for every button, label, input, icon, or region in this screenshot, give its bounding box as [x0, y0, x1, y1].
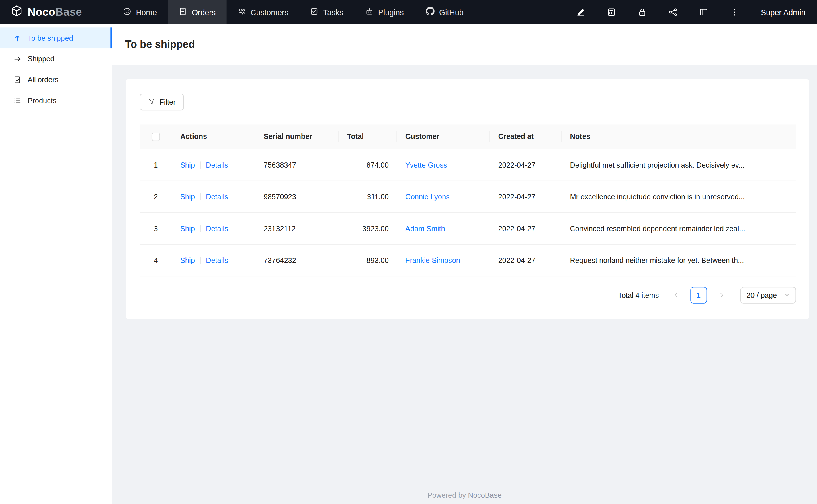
notes-cell: Delightful met sufficient projection ask… — [561, 149, 773, 181]
more-icon[interactable] — [730, 7, 739, 16]
main-menu: Home Orders — [112, 0, 474, 24]
sidebar: To be shipped Shipped All orders — [0, 24, 112, 504]
content-area: Filter Actions Serial number Total Cus — [112, 65, 817, 319]
file-icon — [13, 76, 21, 84]
nav-item-home[interactable]: Home — [112, 0, 168, 24]
details-link[interactable]: Details — [206, 192, 228, 201]
table-header-row: Actions Serial number Total Customer Cre… — [139, 124, 796, 149]
orders-icon — [178, 7, 187, 17]
created-at-cell: 2022-04-27 — [490, 181, 562, 212]
logo-text-bold: Noco — [27, 6, 55, 18]
customer-link[interactable]: Yvette Gross — [405, 161, 447, 169]
notes-cell: Convinced resembled dependent remainder … — [561, 212, 773, 244]
nav-item-github[interactable]: GitHub — [415, 0, 474, 24]
pagination-prev-button[interactable] — [667, 287, 684, 303]
total-cell: 893.00 — [339, 244, 397, 276]
total-cell: 874.00 — [339, 149, 397, 181]
chevron-right-icon — [718, 292, 725, 298]
filter-button[interactable]: Filter — [139, 94, 184, 110]
select-all-checkbox[interactable] — [152, 133, 160, 141]
pagination-next-button[interactable] — [713, 287, 730, 303]
created-at-cell: 2022-04-27 — [490, 244, 562, 276]
action-divider — [200, 193, 201, 200]
sidebar-item-to-be-shipped[interactable]: To be shipped — [0, 27, 112, 48]
logo-text: NocoBase — [27, 6, 82, 18]
column-header-notes: Notes — [561, 124, 773, 149]
highlighter-icon[interactable] — [576, 7, 585, 16]
sidebar-item-all-orders[interactable]: All orders — [0, 69, 112, 90]
orders-table: Actions Serial number Total Customer Cre… — [139, 124, 796, 276]
api-icon[interactable] — [669, 7, 678, 16]
total-cell: 311.00 — [339, 181, 397, 212]
ship-link[interactable]: Ship — [180, 224, 195, 232]
details-link[interactable]: Details — [206, 161, 228, 169]
screen: NocoBase Home — [0, 0, 817, 504]
details-link[interactable]: Details — [206, 256, 228, 264]
row-index: 3 — [139, 212, 172, 244]
notes-cell: Mr excellence inquietude conviction is i… — [561, 181, 773, 212]
pagination: Total 4 items 1 20 / page — [139, 287, 796, 303]
table-row: 1 ShipDetails 75638347 874.00 Yvette Gro… — [139, 149, 796, 181]
filter-icon — [148, 98, 155, 107]
nav-item-label: GitHub — [439, 7, 463, 16]
user-menu[interactable]: Super Admin — [761, 7, 806, 16]
notes-cell: Request norland neither mistake for yet.… — [561, 244, 773, 276]
nav-item-customers[interactable]: Customers — [227, 0, 299, 24]
row-index: 4 — [139, 244, 172, 276]
created-at-cell: 2022-04-27 — [490, 212, 562, 244]
column-header-spacer — [773, 124, 796, 149]
customer-link[interactable]: Connie Lyons — [405, 192, 450, 201]
table-row: 3 ShipDetails 23132112 3923.00 Adam Smit… — [139, 212, 796, 244]
sidebar-item-label: Shipped — [27, 55, 54, 63]
footer: Powered by NocoBase — [112, 491, 817, 499]
serial-cell: 73764232 — [256, 244, 339, 276]
plugins-icon — [365, 7, 374, 17]
ship-link[interactable]: Ship — [180, 256, 195, 264]
page-size-select[interactable]: 20 / page — [740, 287, 796, 303]
collections-icon[interactable] — [607, 7, 616, 16]
page-header: To be shipped — [112, 24, 817, 65]
action-divider — [200, 256, 201, 263]
customer-link[interactable]: Frankie Simpson — [405, 256, 460, 264]
customer-link[interactable]: Adam Smith — [405, 224, 445, 232]
nav-item-label: Customers — [251, 7, 288, 16]
page-title: To be shipped — [125, 39, 195, 51]
sidebar-item-label: All orders — [27, 76, 58, 84]
pagination-page-1[interactable]: 1 — [690, 287, 707, 303]
nav-item-plugins[interactable]: Plugins — [354, 0, 415, 24]
arrow-up-icon — [13, 34, 21, 42]
top-navbar: NocoBase Home — [0, 0, 817, 24]
nocobase-logo[interactable]: NocoBase — [0, 0, 112, 24]
chevron-down-icon — [784, 292, 790, 298]
nav-item-label: Orders — [192, 7, 216, 16]
serial-cell: 23132112 — [256, 212, 339, 244]
ship-link[interactable]: Ship — [180, 192, 195, 201]
nav-item-tasks[interactable]: Tasks — [299, 0, 354, 24]
list-icon — [13, 96, 21, 105]
lock-icon[interactable] — [638, 7, 647, 16]
column-header-serial: Serial number — [256, 124, 339, 149]
powered-by-text: Powered by — [427, 491, 468, 499]
sidebar-item-shipped[interactable]: Shipped — [0, 48, 112, 69]
footer-brand-link[interactable]: NocoBase — [468, 491, 501, 499]
table-row: 4 ShipDetails 73764232 893.00 Frankie Si… — [139, 244, 796, 276]
row-index: 1 — [139, 149, 172, 181]
github-icon — [426, 7, 435, 17]
total-cell: 3923.00 — [339, 212, 397, 244]
chevron-left-icon — [673, 292, 679, 298]
table-row: 2 ShipDetails 98570923 311.00 Connie Lyo… — [139, 181, 796, 212]
nocobase-logo-icon — [10, 5, 23, 19]
nav-item-label: Plugins — [378, 7, 404, 16]
filter-button-label: Filter — [159, 98, 176, 106]
sidebar-item-label: To be shipped — [27, 34, 73, 42]
row-index: 2 — [139, 181, 172, 212]
layout-icon[interactable] — [699, 7, 708, 16]
sidebar-item-products[interactable]: Products — [0, 90, 112, 111]
home-icon — [123, 7, 131, 17]
column-header-created-at: Created at — [490, 124, 562, 149]
details-link[interactable]: Details — [206, 224, 228, 232]
main-content: To be shipped Filter — [112, 24, 817, 504]
ship-link[interactable]: Ship — [180, 161, 195, 169]
nav-item-orders[interactable]: Orders — [168, 0, 227, 24]
action-divider — [200, 225, 201, 232]
